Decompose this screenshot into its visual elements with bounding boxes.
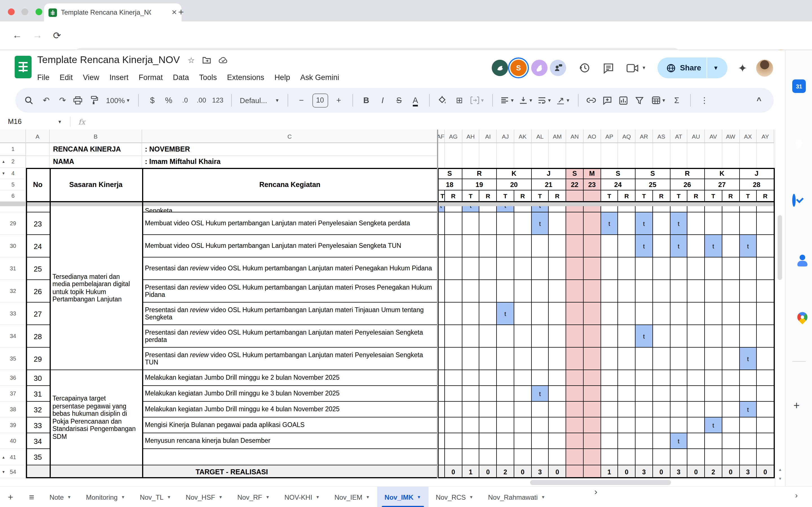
print-icon[interactable]	[73, 96, 85, 105]
cell-AT-40[interactable]: t	[670, 433, 688, 449]
row-gutter-35[interactable]: 35	[0, 348, 26, 370]
no-cell-30[interactable]: 30	[26, 370, 50, 386]
user-profile-avatar[interactable]	[756, 59, 773, 76]
cell-AQ-29[interactable]	[618, 212, 636, 235]
version-history-icon[interactable]	[578, 62, 591, 74]
rencana-cell-32[interactable]: Melakukan kegiatan Jumbo Drill minggu ke…	[142, 402, 438, 417]
cell[interactable]	[636, 143, 653, 168]
cell-AW-33[interactable]	[722, 302, 740, 325]
cell-AG-38[interactable]	[445, 402, 462, 417]
cell-AL-32[interactable]	[531, 280, 549, 302]
name-box-caret-icon[interactable]: ▼	[57, 119, 62, 124]
cell-AR-40[interactable]	[636, 433, 653, 449]
sheet-tab-nov_rcs[interactable]: Nov_RCS▼	[428, 487, 481, 507]
tr-header-AV[interactable]: T	[705, 190, 722, 202]
cell-AY-29[interactable]	[757, 212, 774, 235]
date-header-18[interactable]: 18	[438, 179, 462, 190]
scroll-up-icon[interactable]: ▲	[778, 467, 782, 471]
bold-button[interactable]: B	[361, 96, 372, 105]
cell-AY-39[interactable]	[757, 417, 774, 433]
sasaran-group-2[interactable]: Tercapainya target persentase pegawai ya…	[50, 370, 142, 465]
format-currency-button[interactable]: $	[147, 96, 158, 105]
cell-AY-38[interactable]	[757, 402, 774, 417]
column-header-AI[interactable]: AI	[479, 129, 497, 143]
cell-AQ-30[interactable]	[618, 235, 636, 258]
cell-AF-31[interactable]	[438, 258, 445, 280]
date-header-25[interactable]: 25	[636, 179, 670, 190]
cell-AT-36[interactable]	[670, 370, 688, 386]
tr-header-AU[interactable]: R	[688, 190, 705, 202]
cell-AJ-31[interactable]	[497, 258, 514, 280]
cell[interactable]	[705, 143, 722, 168]
cell-AR-34[interactable]: t	[636, 325, 653, 348]
window-controls[interactable]	[8, 7, 47, 17]
rencana-cell-35[interactable]	[142, 449, 438, 465]
cell-AO-41[interactable]	[583, 449, 601, 465]
cell-AU-37[interactable]	[688, 386, 705, 402]
back-icon[interactable]: ←	[12, 30, 22, 41]
cell-AY-31[interactable]	[757, 258, 774, 280]
calendar-icon[interactable]: 31	[792, 79, 806, 93]
cell-AN-40[interactable]	[566, 433, 583, 449]
cell-AV-39[interactable]: t	[705, 417, 722, 433]
cell-AP-36[interactable]	[601, 370, 618, 386]
column-header-AM[interactable]: AM	[549, 129, 566, 143]
no-cell-31[interactable]: 31	[26, 386, 50, 402]
vertical-scrollbar-thumb[interactable]	[777, 215, 782, 280]
show-collaborators-icon[interactable]	[550, 60, 566, 76]
cell-AW-41[interactable]	[722, 449, 740, 465]
rencana-cell-28[interactable]: Presentasi dan review video OSL Hukum pe…	[142, 325, 438, 348]
cell-AP-40[interactable]	[601, 433, 618, 449]
row-gutter-32[interactable]: 32	[0, 280, 26, 302]
cell-AN-38[interactable]	[566, 402, 583, 417]
cell-AU-40[interactable]	[688, 433, 705, 449]
increase-decimals-button[interactable]: .00	[196, 96, 207, 104]
cell-AN-29[interactable]	[566, 212, 583, 235]
cell-AY-40[interactable]	[757, 433, 774, 449]
cloud-saved-icon[interactable]	[219, 57, 228, 63]
cell-AQ-39[interactable]	[618, 417, 636, 433]
cell-AV-38[interactable]	[705, 402, 722, 417]
cell-AK-34[interactable]	[514, 325, 531, 348]
cell-AR-35[interactable]	[636, 348, 653, 370]
target-value-AI[interactable]: 0	[479, 465, 497, 478]
increase-font-size-button[interactable]: +	[333, 96, 344, 105]
cell-AL-35[interactable]	[531, 348, 549, 370]
cell[interactable]	[757, 143, 774, 168]
insert-comment-icon[interactable]	[603, 96, 614, 105]
rencana-cell-25[interactable]: Presentasi dan review video OSL Hukum pe…	[142, 258, 438, 280]
rencana-cell-34[interactable]: Menyusun rencana kinerja bulan Desember	[142, 433, 438, 449]
cell-AX-39[interactable]	[740, 417, 757, 433]
no-cell-28[interactable]: 28	[26, 325, 50, 348]
column-header-AJ[interactable]: AJ	[497, 129, 514, 143]
cell[interactable]	[514, 143, 531, 168]
cell-AR-38[interactable]	[636, 402, 653, 417]
cell-AF-33[interactable]	[438, 302, 445, 325]
cell-AV-41[interactable]	[705, 449, 722, 465]
cell-AI-38[interactable]	[479, 402, 497, 417]
row-gutter-5[interactable]: 5	[0, 179, 26, 190]
cell-AO-34[interactable]	[583, 325, 601, 348]
cell-AU-32[interactable]	[688, 280, 705, 302]
cell-AM-30[interactable]	[549, 235, 566, 258]
cell-AP-35[interactable]	[601, 348, 618, 370]
cell-AH-38[interactable]	[462, 402, 479, 417]
cell-AV-33[interactable]	[705, 302, 722, 325]
cell[interactable]	[549, 143, 566, 168]
cell-AI-40[interactable]	[479, 433, 497, 449]
cell-AU-34[interactable]	[688, 325, 705, 348]
column-header-AV[interactable]: AV	[705, 129, 722, 143]
row-group-collapse-icon[interactable]: ▲	[2, 455, 5, 459]
sheet-tab-caret-icon[interactable]: ▼	[121, 495, 125, 500]
cell-AM-31[interactable]	[549, 258, 566, 280]
cell-AM-39[interactable]	[549, 417, 566, 433]
rencana-cell-30[interactable]: Melakukan kegiatan Jumbo Drill minggu ke…	[142, 370, 438, 386]
new-tab-button[interactable]: +	[178, 7, 184, 18]
get-addons-icon[interactable]: +	[794, 399, 800, 412]
row-group-collapse-icon[interactable]: ▲	[2, 159, 5, 163]
cell-AG-35[interactable]	[445, 348, 462, 370]
cell-AT-39[interactable]	[670, 417, 688, 433]
cell-AP-38[interactable]	[601, 402, 618, 417]
day-header-20[interactable]: K	[497, 168, 531, 179]
cell-AY-36[interactable]	[757, 370, 774, 386]
